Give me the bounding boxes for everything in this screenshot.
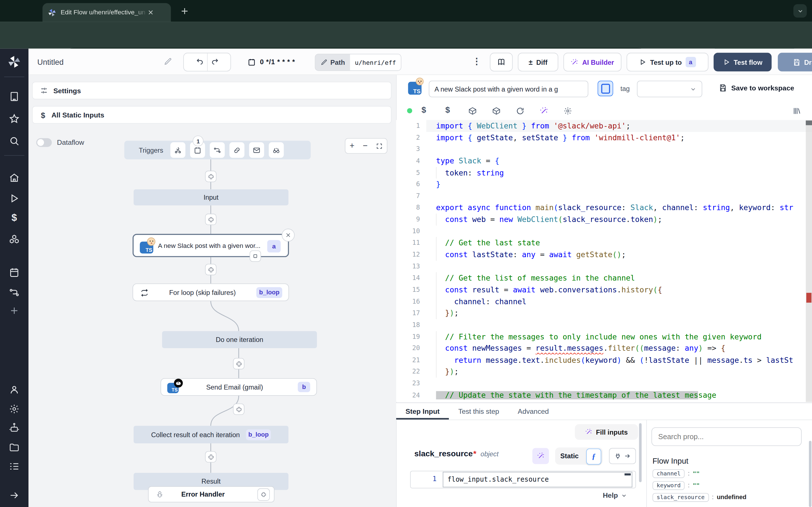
tag-select[interactable] xyxy=(637,81,702,98)
library-icon[interactable] xyxy=(792,107,801,115)
code-line[interactable]: 7 xyxy=(396,190,812,202)
delete-step-button[interactable] xyxy=(282,229,295,242)
email-trigger-button[interactable] xyxy=(249,142,264,158)
add-step-button[interactable] xyxy=(205,451,216,462)
package-icon[interactable] xyxy=(492,107,501,115)
flow-node-do-one-iteration[interactable]: Do one iteration xyxy=(162,331,317,348)
flow-node-error-handler[interactable]: Error Handler xyxy=(148,487,274,503)
diff-button[interactable]: ± Diff xyxy=(518,53,558,71)
flow-node-collect-result[interactable]: Collect result of each iteration b_loop xyxy=(134,426,289,443)
add-step-button[interactable] xyxy=(205,171,216,182)
tab-test-this-step[interactable]: Test this step xyxy=(449,403,508,420)
cache-checkbox-button[interactable] xyxy=(598,81,613,96)
flow-node-send-email[interactable]: TS Send Email (gmail) b xyxy=(160,378,317,396)
code-line[interactable]: 23 xyxy=(396,378,812,390)
expr-field[interactable]: flow_input.slack_resource xyxy=(443,472,632,487)
test-up-to-button[interactable]: Test up to a xyxy=(626,53,708,71)
flow-input-prop-row[interactable]: keyword:"" xyxy=(652,481,803,490)
tab-close-icon[interactable] xyxy=(147,9,154,15)
code-line[interactable]: 15 const result = await web.conversation… xyxy=(396,284,812,296)
sidebar-item-create[interactable] xyxy=(9,305,20,316)
right-column-scrollbar[interactable] xyxy=(809,441,811,507)
cron-schedule[interactable]: 0 */1 * * * * xyxy=(260,58,295,66)
code-line[interactable]: 12 const lastState: any = await getState… xyxy=(396,249,812,261)
sidebar-item-search[interactable] xyxy=(9,135,20,147)
code-line[interactable]: 19 // Filter the messages to only includ… xyxy=(396,331,812,343)
ai-suggest-button[interactable] xyxy=(532,448,549,464)
code-line[interactable]: 5 token: string xyxy=(396,167,812,179)
websocket-trigger-button[interactable] xyxy=(230,142,245,158)
sidebar-item-account[interactable] xyxy=(9,385,20,395)
draft-button[interactable]: Draft xyxy=(778,53,812,71)
sidebar-item-logs[interactable] xyxy=(9,461,20,472)
prop-chip[interactable]: channel xyxy=(652,469,685,478)
editor-scrollbar-track[interactable] xyxy=(806,120,812,402)
browser-tab[interactable]: Edit Flow u/henri/effective_un xyxy=(43,3,171,22)
add-step-button[interactable] xyxy=(233,404,245,415)
more-kebab-icon[interactable]: ⋮ xyxy=(472,56,481,67)
window-chevron-button[interactable] xyxy=(794,4,807,18)
help-button[interactable]: Help xyxy=(603,492,627,499)
add-error-handler-button[interactable] xyxy=(257,488,270,501)
save-to-workspace-button[interactable]: Save to workspace xyxy=(719,84,794,92)
flow-node-slack-step[interactable]: TS A new Slack post with a given wor... … xyxy=(133,234,289,257)
fill-inputs-button[interactable]: Fill inputs xyxy=(575,424,638,440)
code-line[interactable]: 17 }); xyxy=(396,307,812,319)
webhook-trigger-button[interactable] xyxy=(170,142,186,158)
code-line[interactable]: 20 const newMessages = result.messages.f… xyxy=(396,342,812,354)
expression-editor[interactable]: 1 flow_input.slack_resource xyxy=(410,471,636,488)
ai-builder-button[interactable]: AI Builder xyxy=(563,53,621,71)
flow-node-input[interactable]: Input xyxy=(134,189,289,205)
resources-button[interactable]: $ xyxy=(446,106,450,115)
code-line[interactable]: 14 // Get the list of messages in the ch… xyxy=(396,272,812,284)
code-line[interactable]: 22 }); xyxy=(396,366,812,378)
code-line[interactable]: 11 // Get the last state xyxy=(396,237,812,249)
editor-scrollbar-thumb[interactable] xyxy=(806,121,812,125)
sidebar-item-folders[interactable] xyxy=(9,442,20,453)
flow-name[interactable]: Untitled xyxy=(37,57,63,66)
code-line[interactable]: 3 xyxy=(396,144,812,155)
code-editor[interactable]: 1import { WebClient } from '@slack/web-a… xyxy=(396,120,812,402)
code-line[interactable]: 18 xyxy=(396,319,812,331)
code-line[interactable]: 4type Slack = { xyxy=(396,155,812,167)
sidebar-item-variables[interactable]: $ xyxy=(9,212,20,223)
all-static-inputs-row[interactable]: $ All Static Inputs xyxy=(32,106,392,124)
sidebar-item-home[interactable] xyxy=(9,172,20,183)
edit-name-pencil-icon[interactable] xyxy=(163,57,172,66)
sidebar-item-favorites[interactable] xyxy=(9,113,20,124)
flow-input-prop-row[interactable]: channel:"" xyxy=(652,469,803,478)
ai-wand-icon[interactable] xyxy=(540,107,548,115)
tab-step-input[interactable]: Step Input xyxy=(396,403,449,420)
function-toggle-icon[interactable]: ƒ xyxy=(586,448,601,464)
static-expr-toggle[interactable]: Static ƒ xyxy=(555,448,603,465)
code-line[interactable]: 8export async function main(slack_resour… xyxy=(396,202,812,214)
add-step-button[interactable] xyxy=(205,264,216,275)
stop-after-step-button[interactable] xyxy=(250,250,261,262)
test-flow-button[interactable]: Test flow xyxy=(714,53,772,71)
sidebar-item-settings[interactable] xyxy=(9,404,20,414)
flow-input-prop-row[interactable]: slack_resource:undefined xyxy=(652,493,803,502)
flow-node-forloop[interactable]: For loop (skip failures) b_loop xyxy=(133,284,289,301)
reload-script-icon[interactable] xyxy=(516,107,524,115)
left-column-scrollbar[interactable] xyxy=(639,423,642,482)
docs-button[interactable] xyxy=(490,53,513,71)
code-line[interactable]: 21 return message.text.includes(keyword)… xyxy=(396,354,812,366)
schedule-calendar-icon[interactable] xyxy=(248,58,256,66)
poll-trigger-button[interactable] xyxy=(269,142,284,158)
add-step-button[interactable] xyxy=(233,358,245,369)
redo-icon[interactable] xyxy=(211,58,220,66)
code-line[interactable]: 16 channel: channel xyxy=(396,296,812,307)
windmill-logo-icon[interactable] xyxy=(7,55,21,69)
sidebar-item-workspace[interactable] xyxy=(9,91,20,102)
variables-button[interactable]: $ xyxy=(421,106,426,115)
prop-chip[interactable]: keyword xyxy=(652,481,685,490)
undo-icon[interactable] xyxy=(195,58,203,66)
sidebar-item-workers[interactable] xyxy=(9,423,20,434)
prop-chip[interactable]: slack_resource xyxy=(652,493,709,501)
code-line[interactable]: 13 xyxy=(396,261,812,272)
sidebar-item-schedules[interactable] xyxy=(9,267,20,278)
code-line[interactable]: 9 const web = new WebClient(slack_resour… xyxy=(396,214,812,226)
search-prop-input[interactable] xyxy=(652,427,802,446)
step-summary-input[interactable] xyxy=(429,81,589,98)
code-line[interactable]: 2import { getState, setState } from 'win… xyxy=(396,132,812,144)
